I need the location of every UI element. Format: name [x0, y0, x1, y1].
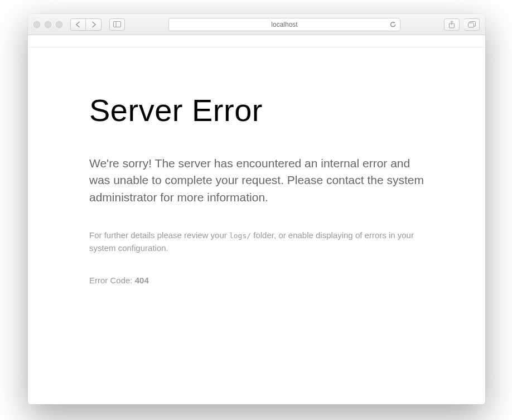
sidebar-toggle-button[interactable] [109, 18, 125, 31]
right-toolbar [444, 18, 480, 31]
error-code-value: 404 [135, 276, 149, 285]
reload-icon[interactable] [389, 21, 397, 28]
browser-window: localhost Server Error We're sorry! The … [28, 14, 485, 404]
logs-path: logs/ [229, 231, 251, 240]
svg-rect-0 [114, 22, 121, 27]
forward-button[interactable] [86, 18, 102, 31]
close-window-button[interactable] [33, 21, 40, 28]
traffic-lights [33, 21, 62, 28]
address-text: localhost [271, 21, 297, 28]
sidebar-toggle-group [109, 18, 125, 31]
titlebar: localhost [28, 14, 485, 35]
error-lead: We're sorry! The server has encountered … [89, 155, 424, 206]
detail-text-before: For further details please review your [89, 230, 229, 240]
error-heading: Server Error [89, 92, 424, 128]
error-code-label: Error Code: [89, 276, 135, 285]
zoom-window-button[interactable] [56, 21, 62, 28]
back-button[interactable] [70, 18, 86, 31]
share-button[interactable] [444, 18, 460, 31]
svg-rect-4 [468, 23, 474, 27]
error-detail: For further details please review your l… [89, 229, 424, 254]
error-code-line: Error Code: 404 [89, 276, 424, 285]
tabs-button[interactable] [464, 18, 480, 31]
tab-strip [28, 35, 485, 47]
minimize-window-button[interactable] [45, 21, 51, 28]
nav-buttons [70, 18, 102, 31]
page-content: Server Error We're sorry! The server has… [28, 47, 485, 404]
address-bar[interactable]: localhost [168, 18, 400, 31]
